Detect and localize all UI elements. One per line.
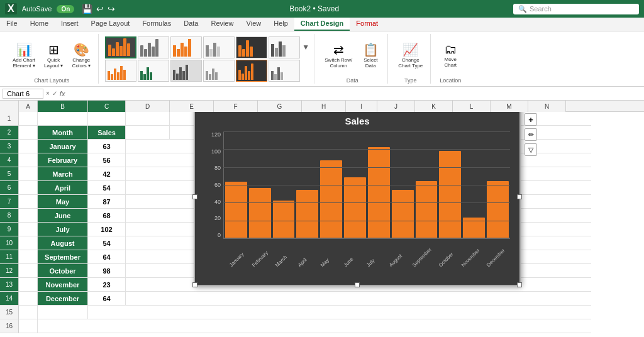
save-icon[interactable]: 💾 (82, 4, 92, 14)
cell-a9[interactable] (19, 223, 38, 236)
cell-b15[interactable] (38, 306, 88, 319)
chart-style-2[interactable] (138, 36, 169, 58)
cell-a11[interactable] (19, 250, 38, 264)
cell-b3[interactable]: January (38, 140, 88, 153)
row-header-6[interactable]: 6 (0, 181, 19, 195)
tab-help[interactable]: Help (267, 18, 294, 31)
cell-a13[interactable] (19, 278, 38, 292)
cell-c1[interactable] (88, 112, 126, 126)
row-header-1[interactable]: 1 (0, 112, 19, 126)
expand-icon[interactable]: × (46, 90, 50, 97)
move-chart-btn[interactable]: 🗂 MoveChart (438, 41, 462, 69)
row-header-14[interactable]: 14 (0, 292, 19, 306)
row-header-15[interactable]: 15 (0, 306, 19, 319)
col-header-h[interactable]: H (302, 101, 346, 112)
chart-style-9[interactable] (170, 60, 202, 82)
row-header-13[interactable]: 13 (0, 278, 19, 292)
cell-c10[interactable]: 54 (88, 236, 126, 250)
cell-c4[interactable]: 56 (88, 153, 126, 167)
tab-chart-design[interactable]: Chart Design (294, 18, 350, 31)
cell-c12[interactable]: 98 (88, 264, 126, 278)
cell-a1[interactable] (19, 112, 38, 126)
cell-a8[interactable] (19, 209, 38, 223)
redo-icon[interactable]: ↪ (108, 4, 115, 14)
cell-a3[interactable] (19, 140, 38, 153)
cell-a4[interactable] (19, 153, 38, 167)
cell-a6[interactable] (19, 181, 38, 195)
cell-c3[interactable]: 63 (88, 140, 126, 153)
col-header-l[interactable]: L (453, 101, 491, 112)
row-header-16[interactable]: 16 (0, 319, 19, 333)
tab-data[interactable]: Data (177, 18, 204, 31)
undo-icon[interactable]: ↩ (96, 4, 104, 14)
cell-b6[interactable]: April (38, 181, 88, 195)
cell-reference[interactable] (3, 89, 43, 99)
cell-b1[interactable] (38, 112, 88, 126)
formula-input[interactable] (67, 90, 641, 97)
chart-style-4[interactable] (203, 36, 235, 58)
cell-d2[interactable] (126, 126, 170, 140)
chart-styles-icon[interactable]: ✏ (525, 128, 537, 141)
cell-b9[interactable]: July (38, 223, 88, 236)
cell-b7[interactable]: May (38, 195, 88, 209)
chart-style-6[interactable] (269, 36, 300, 58)
row-header-4[interactable]: 4 (0, 153, 19, 167)
cell-b2[interactable]: Month (38, 126, 88, 140)
chart-handle-br[interactable] (517, 282, 522, 287)
chart-style-5[interactable] (236, 36, 267, 58)
tab-insert[interactable]: Insert (55, 18, 85, 31)
cell-a15[interactable] (19, 306, 38, 319)
chart-style-8[interactable] (138, 60, 169, 82)
chart-handle-bl[interactable] (192, 282, 197, 287)
cell-c8[interactable]: 68 (88, 209, 126, 223)
tab-home[interactable]: Home (24, 18, 55, 31)
col-header-m[interactable]: M (491, 101, 528, 112)
switch-row-col-btn[interactable]: ⇄ Switch Row/Column (322, 41, 355, 70)
chart-elements-icon[interactable]: + (525, 113, 537, 126)
chart-style-3[interactable] (170, 36, 202, 58)
tab-review[interactable]: Review (204, 18, 240, 31)
chart-style-12[interactable] (269, 60, 300, 82)
cell-a5[interactable] (19, 167, 38, 181)
chart-filters-icon[interactable]: ▽ (525, 143, 537, 156)
chart-handle-mr[interactable] (517, 194, 522, 199)
cell-b13[interactable]: November (38, 278, 88, 292)
add-chart-element-btn[interactable]: 📊 Add ChartElement ▾ (10, 41, 38, 70)
tab-format[interactable]: Format (350, 18, 384, 31)
row-header-5[interactable]: 5 (0, 167, 19, 181)
cell-c14[interactable]: 64 (88, 292, 126, 306)
row-header-10[interactable]: 10 (0, 236, 19, 250)
row-header-12[interactable]: 12 (0, 264, 19, 278)
cell-a2[interactable] (19, 126, 38, 140)
col-header-k[interactable]: K (415, 101, 453, 112)
cell-b14[interactable]: December (38, 292, 88, 306)
cell-c7[interactable]: 87 (88, 195, 126, 209)
change-colors-btn[interactable]: 🎨 ChangeColors ▾ (69, 41, 93, 70)
row-header-9[interactable]: 9 (0, 223, 19, 236)
cell-d1[interactable] (126, 112, 170, 126)
cell-c9[interactable]: 102 (88, 223, 126, 236)
col-header-n[interactable]: N (528, 101, 566, 112)
chart-container[interactable]: Sales 120 100 80 60 40 20 0 (194, 107, 521, 286)
cell-rest-16[interactable] (38, 319, 591, 333)
cell-rest-14[interactable] (126, 292, 591, 306)
col-header-e[interactable]: E (170, 101, 214, 112)
chart-style-7[interactable] (105, 60, 136, 82)
cell-a14[interactable] (19, 292, 38, 306)
tab-formulas[interactable]: Formulas (136, 18, 177, 31)
col-header-g[interactable]: G (258, 101, 302, 112)
select-data-btn[interactable]: 📋 SelectData (358, 41, 382, 70)
chart-scroll-arrow[interactable]: ▼ (301, 36, 310, 58)
search-box[interactable]: 🔍 Search (513, 4, 639, 14)
cell-b12[interactable]: October (38, 264, 88, 278)
chart-style-10[interactable] (203, 60, 235, 82)
col-header-f[interactable]: F (214, 101, 258, 112)
cell-b8[interactable]: June (38, 209, 88, 223)
cell-b5[interactable]: March (38, 167, 88, 181)
cell-rest-15[interactable] (88, 306, 591, 319)
cell-c6[interactable]: 54 (88, 181, 126, 195)
cell-b11[interactable]: September (38, 250, 88, 264)
chart-style-1[interactable] (105, 36, 136, 58)
row-header-11[interactable]: 11 (0, 250, 19, 264)
cell-c11[interactable]: 64 (88, 250, 126, 264)
